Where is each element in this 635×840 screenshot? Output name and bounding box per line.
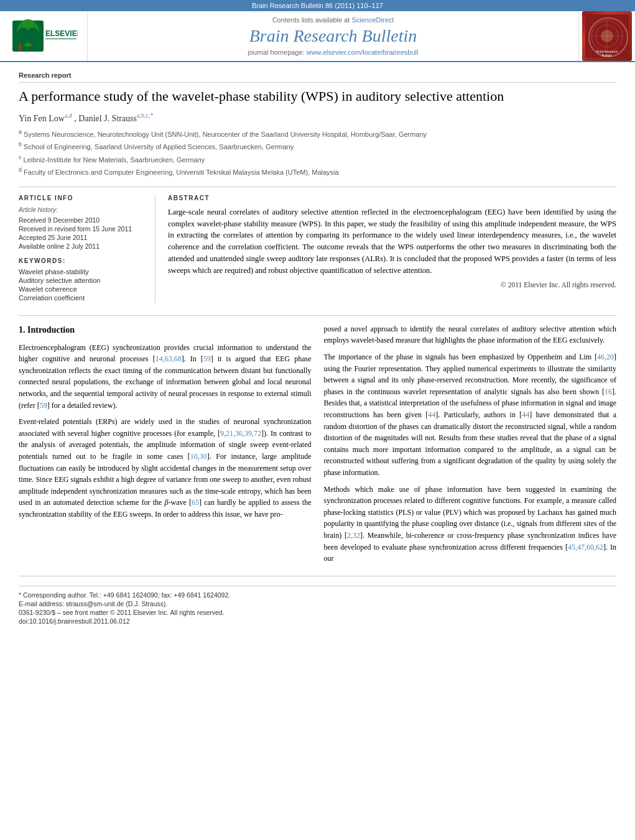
- history-label: Article history:: [19, 206, 146, 213]
- col2-para1: posed a novel approach to identify the n…: [324, 323, 617, 346]
- history-received: Received 9 December 2010: [19, 216, 146, 224]
- journal-bar-text: Brain Research Bulletin 86 (2011) 110–11…: [252, 2, 383, 9]
- author2-name: , Daniel J. Strauss: [74, 113, 137, 122]
- elsevier-logo-svg: ELSEVIER: [9, 17, 78, 55]
- body-col-right: posed a novel approach to identify the n…: [324, 323, 617, 570]
- affiliations: a Systems Neuroscience, Neurotechnology …: [19, 128, 616, 177]
- elsevier-logo-container: ELSEVIER: [0, 11, 87, 61]
- history-revised: Received in revised form 15 June 2011: [19, 225, 146, 233]
- keywords-section: Keywords: Wavelet phase-stability Audito…: [19, 257, 146, 302]
- email-note: E-mail address: strauss@sm-unit.de (D.J.…: [19, 600, 616, 607]
- keyword-4: Correlation coefficient: [19, 294, 146, 302]
- keyword-3: Wavelet coherence: [19, 285, 146, 293]
- svg-text:Bulletin: Bulletin: [602, 53, 613, 57]
- col2-para3: Methods which make use of phase informat…: [324, 484, 617, 565]
- body-columns: 1. Introduction Electroencephalogram (EE…: [19, 323, 616, 570]
- affiliation-d: d Faculty of Electronics and Computer En…: [19, 166, 616, 177]
- keyword-2: Auditory selective attention: [19, 277, 146, 284]
- corresponding-note: * Corresponding author. Tel.: +49 6841 1…: [19, 591, 616, 599]
- homepage-link[interactable]: www.elsevier.com/locate/brainresbull: [307, 48, 419, 56]
- authors-line: Yin Fen Lowa,d , Daniel J. Straussa,b,c,…: [19, 112, 616, 124]
- col2-para2: The importance of the phase in signals h…: [324, 351, 617, 479]
- footnote-section: * Corresponding author. Tel.: +49 6841 1…: [19, 586, 616, 625]
- col1-para1: Electroencephalogram (EEG) synchronizati…: [19, 342, 312, 412]
- body-content: 1. Introduction Electroencephalogram (EE…: [19, 315, 616, 570]
- article-title: A performance study of the wavelet-phase…: [19, 88, 616, 106]
- abstract-header: ABSTRACT: [168, 195, 616, 201]
- journal-header-center: Contents lists available at ScienceDirec…: [87, 11, 579, 61]
- article-info-header: ARTICLE INFO: [19, 195, 146, 201]
- author1-name: Yin Fen Low: [19, 113, 65, 122]
- article-type: Research report: [19, 72, 616, 83]
- svg-text:Brain Research: Brain Research: [596, 50, 618, 53]
- affiliation-b: b School of Engineering, Saarland Univer…: [19, 141, 616, 152]
- author1-sup: a,d: [65, 112, 72, 119]
- journal-thumbnail-container: Brain Research Bulletin: [579, 11, 635, 61]
- svg-text:ELSEVIER: ELSEVIER: [45, 29, 78, 38]
- body-col-left: 1. Introduction Electroencephalogram (EE…: [19, 323, 312, 570]
- journal-bar: Brain Research Bulletin 86 (2011) 110–11…: [0, 0, 635, 11]
- copyright-note: 0361-9230/$ – see front matter © 2011 El…: [19, 609, 616, 616]
- journal-header: ELSEVIER Contents lists available at Sci…: [0, 11, 635, 62]
- keyword-1: Wavelet phase-stability: [19, 268, 146, 275]
- svg-point-9: [596, 25, 618, 47]
- abstract-section: ABSTRACT Large-scale neural correlates o…: [168, 195, 616, 303]
- svg-point-10: [601, 30, 613, 42]
- svg-point-8: [591, 21, 623, 52]
- journal-title: Brain Research Bulletin: [94, 26, 572, 46]
- affiliation-c: c Leibniz-Institute for New Materials, S…: [19, 154, 616, 165]
- main-content: Research report A performance study of t…: [0, 62, 635, 635]
- abstract-text: Large-scale neural correlates of auditor…: [168, 206, 616, 277]
- article-info-panel: ARTICLE INFO Article history: Received 9…: [19, 195, 155, 303]
- col1-para2: Event-related potentials (ERPs) are wide…: [19, 416, 312, 520]
- affiliation-a: a Systems Neuroscience, Neurotechnology …: [19, 128, 616, 139]
- keywords-header: Keywords:: [19, 257, 146, 264]
- contents-link: Contents lists available at ScienceDirec…: [94, 16, 572, 24]
- journal-thumbnail: Brain Research Bulletin: [582, 11, 632, 61]
- svg-point-4: [27, 27, 39, 45]
- journal-homepage: journal homepage: www.elsevier.com/locat…: [94, 48, 572, 56]
- footnote-divider: [19, 576, 616, 576]
- doi-note: doi:10.1016/j.brainresbull.2011.06.012: [19, 617, 616, 625]
- svg-rect-7: [585, 14, 629, 58]
- history-accepted: Accepted 25 June 2011: [19, 234, 146, 241]
- svg-rect-6: [45, 39, 76, 39]
- history-online: Available online 2 July 2011: [19, 242, 146, 250]
- author2-sup: a,b,c,*: [137, 112, 153, 119]
- section1-title: 1. Introduction: [19, 323, 312, 337]
- article-info-abstract: ARTICLE INFO Article history: Received 9…: [19, 187, 616, 303]
- sciencedirect-link[interactable]: ScienceDirect: [351, 16, 394, 24]
- abstract-copyright: © 2011 Elsevier Inc. All rights reserved…: [168, 281, 616, 288]
